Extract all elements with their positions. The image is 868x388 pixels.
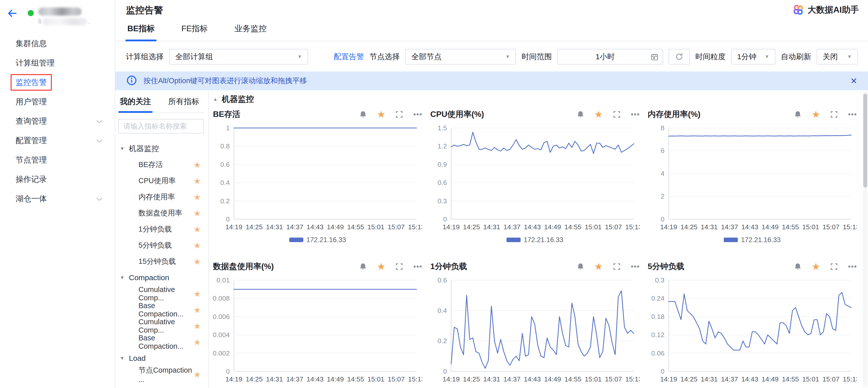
- chart-legend-item[interactable]: 172.21.16.33: [648, 234, 857, 245]
- alarm-bell-icon[interactable]: [794, 110, 802, 118]
- fullscreen-icon[interactable]: [830, 111, 838, 118]
- tab-my-favorites[interactable]: 我的关注: [119, 94, 152, 112]
- tree-metric-item[interactable]: 节点Compaction ...★: [118, 366, 205, 383]
- sidebar-item[interactable]: 监控告警: [0, 72, 115, 92]
- line-chart[interactable]: 10.80.60.40.2014:1914:2514:3114:3714:431…: [213, 123, 422, 234]
- fullscreen-icon[interactable]: [613, 111, 621, 118]
- favorite-star-icon[interactable]: ★: [377, 110, 385, 119]
- alarm-bell-icon[interactable]: [359, 263, 367, 271]
- line-chart[interactable]: 0.60.40.2014:1914:2514:3114:3714:4314:49…: [430, 276, 640, 387]
- compute-group-select[interactable]: 全部计算组 ▼: [169, 49, 308, 64]
- favorite-star-icon[interactable]: ★: [193, 160, 201, 170]
- tree-metric-item[interactable]: 数据盘使用率★: [118, 205, 205, 221]
- line-chart[interactable]: 8642014:1914:2514:3114:3714:4314:4914:55…: [648, 123, 857, 234]
- more-options-icon[interactable]: [630, 265, 640, 268]
- tree-metric-item[interactable]: Cumulative Comp...★: [118, 286, 205, 302]
- favorite-star-icon[interactable]: ★: [193, 257, 201, 267]
- line-chart[interactable]: 0.010.0080.0060.0040.002014:1914:2514:31…: [213, 276, 422, 387]
- favorite-star-icon[interactable]: ★: [812, 110, 820, 119]
- tab-be-metrics[interactable]: BE指标: [125, 23, 157, 41]
- favorite-star-icon[interactable]: ★: [193, 225, 201, 234]
- alarm-bell-icon[interactable]: [577, 110, 584, 118]
- sidebar-item[interactable]: 查询管理: [0, 111, 115, 131]
- fullscreen-icon[interactable]: [613, 263, 621, 270]
- chart-legend-item[interactable]: 172.21.16.33: [430, 387, 640, 388]
- section-header-machine-monitor[interactable]: ▲ 机器监控: [213, 93, 857, 106]
- collapse-caret-icon: ▲: [213, 96, 218, 102]
- alarm-bell-icon[interactable]: [794, 263, 802, 271]
- favorite-star-icon[interactable]: ★: [193, 369, 201, 380]
- sidebar-item[interactable]: 湖仓一体: [0, 189, 115, 208]
- alarm-bell-icon[interactable]: [359, 110, 367, 118]
- favorite-star-icon[interactable]: ★: [594, 110, 603, 119]
- sidebar-item[interactable]: 操作记录: [0, 170, 115, 189]
- back-arrow-icon[interactable]: [7, 8, 18, 20]
- sidebar-item[interactable]: 节点管理: [0, 150, 115, 170]
- sidebar-item[interactable]: 计算组管理: [0, 53, 115, 72]
- tab-business-monitor[interactable]: 业务监控: [232, 23, 269, 41]
- svg-text:14:43: 14:43: [307, 376, 324, 383]
- tree-metric-item[interactable]: 15分钟负载★: [118, 253, 205, 270]
- tab-all-metrics[interactable]: 所有指标: [168, 94, 200, 112]
- favorite-star-icon[interactable]: ★: [193, 289, 201, 299]
- favorite-star-icon[interactable]: ★: [193, 176, 201, 186]
- favorite-star-icon[interactable]: ★: [193, 192, 201, 202]
- time-range-picker[interactable]: 1小时: [557, 49, 663, 64]
- tree-metric-item[interactable]: Base Compaction...★: [118, 302, 205, 318]
- more-options-icon[interactable]: [413, 265, 422, 268]
- svg-text:0.6: 0.6: [437, 276, 447, 284]
- granularity-select[interactable]: 1分钟 ▼: [731, 49, 775, 64]
- chart-legend-item[interactable]: 172.21.16.33: [213, 234, 422, 245]
- ai-assistant-button[interactable]: 大数据AI助手: [793, 4, 859, 16]
- favorite-star-icon[interactable]: ★: [193, 241, 201, 250]
- auto-refresh-select[interactable]: 关闭 ▼: [817, 49, 858, 64]
- svg-text:14:19: 14:19: [443, 376, 460, 383]
- svg-text:15:01: 15:01: [367, 376, 384, 383]
- tree-metric-item[interactable]: Base Compaction...★: [118, 334, 205, 350]
- favorite-star-icon[interactable]: ★: [193, 337, 201, 347]
- tree-group[interactable]: ▼Load: [118, 350, 205, 366]
- favorite-star-icon[interactable]: ★: [812, 262, 820, 271]
- page-header: 监控告警 大数据AI助手: [115, 0, 868, 19]
- more-options-icon[interactable]: [413, 113, 422, 116]
- more-options-icon[interactable]: [848, 265, 857, 268]
- svg-text:0.01: 0.01: [217, 276, 230, 284]
- chart-legend-item[interactable]: 172.21.16.33: [213, 387, 422, 388]
- favorite-star-icon[interactable]: ★: [193, 305, 201, 315]
- svg-text:14:43: 14:43: [741, 223, 758, 231]
- tree-metric-item[interactable]: 5分钟负载★: [118, 237, 205, 253]
- node-select[interactable]: 全部节点 ▼: [405, 49, 516, 64]
- tree-group[interactable]: ▼机器监控: [118, 141, 205, 157]
- favorite-star-icon[interactable]: ★: [594, 262, 603, 271]
- chart-legend-item[interactable]: 172.21.16.33: [430, 234, 640, 245]
- line-chart[interactable]: 1.51.20.90.60.3014:1914:2514:3114:3714:4…: [430, 123, 640, 234]
- tree-group[interactable]: ▼Compaction: [118, 270, 205, 286]
- sidebar-item[interactable]: 配置管理: [0, 131, 115, 150]
- refresh-button[interactable]: [669, 49, 690, 64]
- tree-metric-item[interactable]: BE存活★: [118, 157, 205, 173]
- sidebar-item[interactable]: 集群信息: [0, 34, 115, 53]
- favorite-star-icon[interactable]: ★: [193, 321, 201, 331]
- metric-search-input[interactable]: [118, 119, 204, 133]
- more-options-icon[interactable]: [848, 113, 857, 116]
- favorite-star-icon[interactable]: ★: [193, 208, 201, 218]
- favorite-star-icon[interactable]: ★: [377, 262, 385, 271]
- alarm-bell-icon[interactable]: [577, 263, 584, 271]
- more-options-icon[interactable]: [630, 113, 640, 116]
- configure-alert-link[interactable]: 配置告警: [334, 52, 364, 62]
- banner-close-icon[interactable]: ×: [850, 76, 857, 86]
- svg-text:0.006: 0.006: [213, 313, 230, 320]
- chart-legend-item[interactable]: 172.21.16.33: [648, 387, 857, 388]
- fullscreen-icon[interactable]: [830, 263, 838, 270]
- tab-fe-metrics[interactable]: FE指标: [179, 23, 210, 41]
- line-chart[interactable]: 0.30.240.180.120.06014:1914:2514:3114:37…: [648, 276, 857, 387]
- fullscreen-icon[interactable]: [396, 111, 403, 118]
- sidebar-item[interactable]: 用户管理: [0, 92, 115, 111]
- fullscreen-icon[interactable]: [396, 263, 403, 270]
- tree-metric-item[interactable]: 内存使用率★: [118, 189, 205, 205]
- tree-metric-item[interactable]: 1分钟负载★: [118, 221, 205, 237]
- scrollbar-thumb[interactable]: [863, 94, 867, 187]
- tree-metric-item[interactable]: Cumulative Comp...★: [118, 318, 205, 334]
- tree-metric-item[interactable]: CPU使用率★: [118, 173, 205, 189]
- svg-text:0: 0: [226, 367, 229, 375]
